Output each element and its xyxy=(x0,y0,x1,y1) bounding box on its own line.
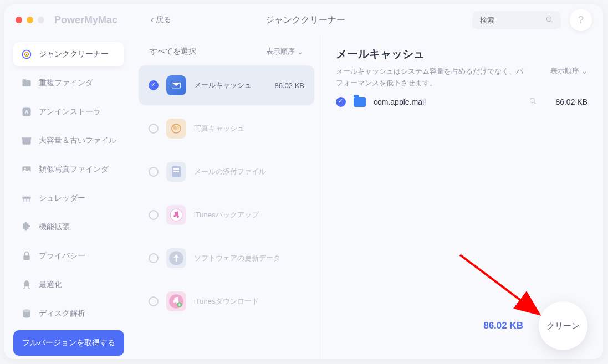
chevron-down-icon: ⌄ xyxy=(297,48,303,56)
category-item-software-update[interactable]: ソフトウェアの更新データ xyxy=(139,238,314,278)
close-icon[interactable] xyxy=(16,17,22,23)
bottom-bar: 86.02 KB クリーン xyxy=(483,301,587,350)
category-item-mail-attach[interactable]: メールの添付ファイル xyxy=(139,152,314,192)
full-version-button[interactable]: フルバージョンを取得する xyxy=(13,330,124,356)
svg-rect-6 xyxy=(23,79,27,81)
sort-label: 表示順序 xyxy=(550,66,579,76)
category-item-mail-cache[interactable]: メールキャッシュ 86.02 KB xyxy=(139,65,314,105)
detail-description: メールキャッシュはシステム容量を占めるだけでなく、パフォーマンスを低下させます。 xyxy=(336,66,524,89)
svg-rect-9 xyxy=(23,139,31,145)
sidebar: ジャンククリーナー 重複ファインダ A アンインストーラ 大容量＆古いファイル xyxy=(4,35,133,359)
music-icon xyxy=(166,205,186,225)
search-wrap xyxy=(472,11,561,29)
box-icon xyxy=(21,135,32,146)
app-icon: A xyxy=(21,106,32,117)
svg-rect-10 xyxy=(22,137,32,139)
shredder-icon xyxy=(21,193,32,204)
svg-rect-19 xyxy=(23,255,30,260)
sidebar-item-large-old[interactable]: 大容量＆古いファイル xyxy=(13,129,124,153)
checkbox[interactable] xyxy=(149,296,159,306)
sidebar-item-label: 重複ファインダ xyxy=(39,78,93,88)
category-column: すべてを選択 表示順序 ⌄ メールキャッシュ 86.02 KB xyxy=(133,35,320,359)
select-all-button[interactable]: すべてを選択 xyxy=(150,47,196,57)
target-icon xyxy=(21,49,32,60)
traffic-lights xyxy=(16,17,44,23)
music-download-icon xyxy=(166,291,186,311)
detail-sort-dropdown[interactable]: 表示順序 ⌄ xyxy=(550,66,587,76)
svg-point-12 xyxy=(24,168,26,170)
image-icon xyxy=(21,164,32,175)
upload-icon xyxy=(166,248,186,268)
attachment-icon xyxy=(166,162,186,182)
total-size: 86.02 KB xyxy=(483,320,523,331)
sidebar-item-privacy[interactable]: プライバシー xyxy=(13,244,124,268)
sidebar-item-disk[interactable]: ディスク解析 xyxy=(13,301,124,326)
checkbox[interactable] xyxy=(336,97,346,107)
svg-rect-27 xyxy=(173,171,179,172)
puzzle-icon xyxy=(21,222,32,233)
category-item-itunes-download[interactable]: iTunesダウンロード xyxy=(139,281,314,321)
checkbox[interactable] xyxy=(149,210,159,220)
category-size: 86.02 KB xyxy=(275,81,305,90)
checkbox[interactable] xyxy=(149,253,159,263)
checkbox[interactable] xyxy=(149,124,159,134)
sidebar-item-label: 大容量＆古いファイル xyxy=(39,136,116,146)
sidebar-item-uninstaller[interactable]: A アンインストーラ xyxy=(13,100,124,124)
lock-icon xyxy=(21,250,32,262)
rocket-icon xyxy=(21,279,32,290)
clean-button[interactable]: クリーン xyxy=(539,301,587,350)
category-label: 写真キャッシュ xyxy=(194,124,304,134)
titlebar: PowerMyMac ‹ 戻る ジャンククリーナー ? xyxy=(4,4,603,35)
sidebar-item-extensions[interactable]: 機能拡張 xyxy=(13,215,124,239)
minimize-icon[interactable] xyxy=(27,17,33,23)
search-input[interactable] xyxy=(480,16,545,24)
checkbox[interactable] xyxy=(149,80,159,90)
disk-icon xyxy=(21,308,32,319)
mail-icon xyxy=(166,75,186,95)
sidebar-item-label: アンインストーラ xyxy=(39,107,101,117)
sidebar-item-similar-photo[interactable]: 類似写真ファインダ xyxy=(13,157,124,182)
sidebar-item-junk-cleaner[interactable]: ジャンククリーナー xyxy=(13,42,124,66)
photo-icon xyxy=(166,119,186,139)
detail-title: メールキャッシュ xyxy=(336,47,587,61)
category-item-itunes-backup[interactable]: iTunesバックアップ xyxy=(139,195,314,235)
svg-text:A: A xyxy=(25,109,29,115)
category-label: ソフトウェアの更新データ xyxy=(194,253,304,263)
sidebar-item-label: 最適化 xyxy=(39,280,62,290)
category-item-photo-cache[interactable]: 写真キャッシュ xyxy=(139,109,314,148)
sidebar-item-label: 類似写真ファインダ xyxy=(39,165,109,175)
category-label: メールキャッシュ xyxy=(194,80,267,90)
sidebar-item-shredder[interactable]: シュレッダー xyxy=(13,186,124,211)
app-name: PowerMyMac xyxy=(54,14,117,26)
file-size: 86.02 KB xyxy=(555,98,587,106)
detail-column: メールキャッシュ メールキャッシュはシステム容量を占めるだけでなく、パフォーマン… xyxy=(320,35,603,359)
svg-line-33 xyxy=(534,102,536,104)
svg-point-4 xyxy=(26,54,28,55)
app-window: PowerMyMac ‹ 戻る ジャンククリーナー ? ジャンククリーナー xyxy=(4,4,603,359)
svg-point-32 xyxy=(530,98,535,102)
sidebar-item-label: シュレッダー xyxy=(39,193,85,203)
folder-icon xyxy=(21,78,32,89)
svg-point-0 xyxy=(546,17,551,21)
help-button[interactable]: ? xyxy=(570,9,592,31)
svg-rect-26 xyxy=(173,168,179,170)
svg-point-21 xyxy=(23,310,30,312)
page-title: ジャンククリーナー xyxy=(138,14,472,26)
sidebar-item-duplicate[interactable]: 重複ファインダ xyxy=(13,71,124,95)
search-icon xyxy=(545,16,553,25)
category-label: メールの添付ファイル xyxy=(194,167,304,177)
magnify-icon[interactable] xyxy=(529,97,537,106)
file-row[interactable]: com.apple.mail 86.02 KB xyxy=(336,89,587,115)
chevron-down-icon: ⌄ xyxy=(581,67,587,75)
sidebar-item-label: ジャンククリーナー xyxy=(39,49,109,59)
sidebar-item-optimize[interactable]: 最適化 xyxy=(13,273,124,297)
sidebar-item-label: プライバシー xyxy=(39,251,85,261)
sidebar-item-label: 機能拡張 xyxy=(39,222,70,232)
svg-rect-13 xyxy=(23,197,31,199)
folder-icon xyxy=(354,97,366,107)
maximize-icon[interactable] xyxy=(38,17,44,23)
sort-dropdown[interactable]: 表示順序 ⌄ xyxy=(266,47,303,57)
category-header: すべてを選択 表示順序 ⌄ xyxy=(139,42,314,65)
checkbox[interactable] xyxy=(149,167,159,177)
file-name: com.apple.mail xyxy=(374,98,521,106)
